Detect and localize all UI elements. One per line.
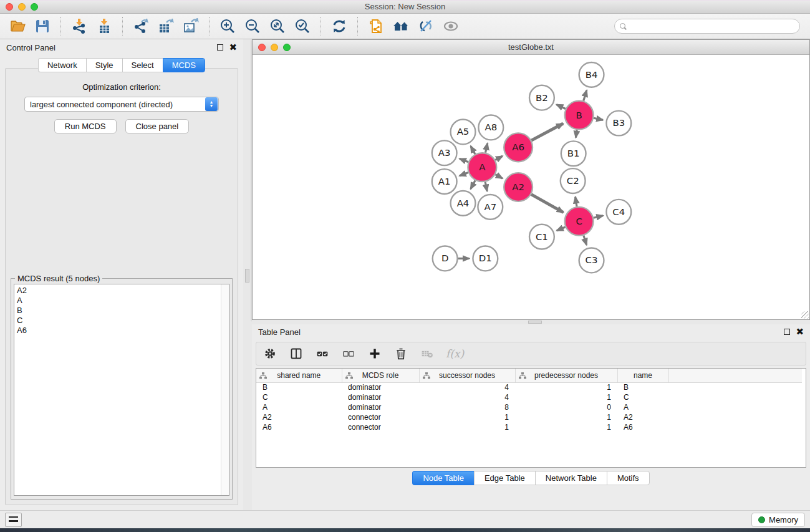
edge-C-C3[interactable]: [584, 236, 587, 245]
zoom-in-button[interactable]: [216, 16, 239, 36]
memory-button[interactable]: Memory: [751, 513, 805, 527]
edge-C-C1[interactable]: [557, 227, 566, 231]
edge-A-A5[interactable]: [471, 146, 475, 154]
table-cell[interactable]: A: [256, 402, 342, 412]
zoom-fit-button[interactable]: [266, 16, 289, 36]
graph-node-B2[interactable]: B2: [529, 85, 554, 110]
edge-C-C2[interactable]: [576, 197, 577, 207]
edge-A-A7[interactable]: [485, 182, 487, 191]
table-cell[interactable]: A6: [617, 422, 668, 432]
table-cell[interactable]: 4: [419, 382, 515, 392]
float-table-panel-icon[interactable]: [784, 329, 790, 335]
vertical-splitter[interactable]: [243, 39, 252, 510]
home-button[interactable]: [390, 16, 412, 36]
graph-node-A2[interactable]: A2: [504, 173, 533, 201]
float-panel-icon[interactable]: [217, 44, 223, 51]
tab-network[interactable]: Network: [38, 58, 86, 72]
table-settings-button[interactable]: [263, 346, 277, 361]
table-cell[interactable]: 0: [515, 402, 617, 412]
graph-node-D1[interactable]: D1: [473, 246, 498, 271]
unselect-all-columns-button[interactable]: [341, 346, 356, 361]
node-table-container[interactable]: shared nameMCDS rolesuccessor nodesprede…: [256, 368, 806, 468]
table-cell[interactable]: A2: [617, 412, 668, 422]
table-cell[interactable]: connector: [342, 412, 419, 422]
tab-style[interactable]: Style: [86, 58, 122, 72]
eye-button[interactable]: [440, 16, 462, 36]
graph-node-C3[interactable]: C3: [579, 248, 604, 273]
edge-A-A4[interactable]: [471, 180, 475, 189]
zoom-selected-button[interactable]: [291, 16, 314, 36]
tab-select[interactable]: Select: [122, 58, 163, 72]
tab-node-table[interactable]: Node Table: [412, 471, 474, 485]
mcds-result-item[interactable]: A2: [17, 286, 218, 296]
edge-A-A1[interactable]: [460, 173, 468, 176]
table-row[interactable]: A2connector11A2: [256, 412, 802, 422]
horizontal-splitter[interactable]: [252, 320, 810, 324]
tab-mcds[interactable]: MCDS: [163, 58, 205, 72]
close-table-panel-icon[interactable]: ✖: [796, 329, 804, 335]
graph-node-C2[interactable]: C2: [561, 168, 586, 193]
column-header-name[interactable]: name: [617, 369, 668, 382]
export-network-button[interactable]: [130, 16, 152, 36]
close-panel-icon[interactable]: ✖: [229, 44, 237, 51]
graph-node-A[interactable]: A: [468, 153, 496, 181]
table-cell[interactable]: 8: [419, 402, 515, 412]
table-cell[interactable]: 1: [515, 392, 617, 402]
table-cell[interactable]: A6: [256, 422, 342, 432]
column-header-successor-nodes[interactable]: successor nodes: [419, 369, 515, 382]
mcds-result-item[interactable]: A: [17, 296, 218, 306]
edge-B-B3[interactable]: [594, 118, 603, 120]
network-graph[interactable]: B4B2BB3A5A8A6A3B1AA1C2A2A4A7C4CC1C3DD1: [254, 55, 808, 318]
mcds-result-item[interactable]: B: [17, 306, 218, 316]
export-image-button[interactable]: [180, 16, 202, 36]
graph-node-A5[interactable]: A5: [451, 120, 476, 145]
edge-A-A8[interactable]: [485, 143, 487, 153]
column-header-shared-name[interactable]: shared name: [256, 369, 342, 382]
table-cell[interactable]: 1: [419, 422, 515, 432]
edge-A-A3[interactable]: [460, 158, 468, 162]
tab-motifs[interactable]: Motifs: [607, 471, 650, 485]
graph-node-C4[interactable]: C4: [606, 200, 631, 225]
create-column-button[interactable]: [367, 346, 382, 361]
table-cell[interactable]: 1: [515, 382, 617, 392]
tab-network-table[interactable]: Network Table: [535, 471, 607, 485]
table-cell[interactable]: 1: [419, 412, 515, 422]
graph-node-B4[interactable]: B4: [579, 62, 604, 87]
graph-node-A6[interactable]: A6: [504, 133, 533, 162]
graph-node-A3[interactable]: A3: [432, 140, 457, 165]
edge-A-A2[interactable]: [495, 175, 503, 178]
table-cell[interactable]: dominator: [342, 402, 419, 412]
save-session-button[interactable]: [31, 16, 54, 36]
table-cell[interactable]: 1: [515, 422, 617, 432]
import-table-button[interactable]: [93, 16, 115, 36]
close-panel-button[interactable]: Close panel: [125, 119, 190, 133]
table-cell[interactable]: C: [617, 392, 668, 402]
edge-B-B1[interactable]: [576, 130, 577, 137]
table-row[interactable]: Bdominator41B: [256, 382, 802, 392]
graph-node-B3[interactable]: B3: [606, 111, 631, 136]
result-scrollbar[interactable]: [221, 284, 229, 495]
edge-B-B2[interactable]: [556, 105, 566, 109]
mcds-result-item[interactable]: A6: [17, 326, 218, 336]
search-box[interactable]: [614, 19, 800, 34]
table-row[interactable]: Adominator80A: [256, 402, 802, 412]
table-cell[interactable]: A: [617, 402, 668, 412]
delete-column-button[interactable]: [393, 346, 408, 361]
edge-A-A6[interactable]: [495, 156, 503, 160]
table-cell[interactable]: A2: [256, 412, 342, 422]
mcds-result-item[interactable]: C: [17, 316, 218, 326]
table-cell[interactable]: dominator: [342, 382, 419, 392]
graph-node-B[interactable]: B: [565, 101, 594, 130]
graph-node-A7[interactable]: A7: [478, 195, 503, 220]
graph-node-A8[interactable]: A8: [478, 115, 503, 140]
graph-node-A4[interactable]: A4: [451, 191, 476, 216]
criterion-select[interactable]: largest connected component (directed) ▲…: [24, 97, 219, 112]
table-row[interactable]: A6connector11A6: [256, 422, 802, 432]
run-mcds-button[interactable]: Run MCDS: [54, 119, 117, 133]
graph-node-C[interactable]: C: [565, 207, 594, 236]
network-canvas[interactable]: B4B2BB3A5A8A6A3B1AA1C2A2A4A7C4CC1C3DD1: [254, 55, 808, 318]
graph-node-D[interactable]: D: [433, 246, 458, 271]
search-input[interactable]: [630, 22, 794, 31]
graph-node-C1[interactable]: C1: [529, 225, 554, 249]
show-graphics-details-button[interactable]: [415, 16, 437, 36]
